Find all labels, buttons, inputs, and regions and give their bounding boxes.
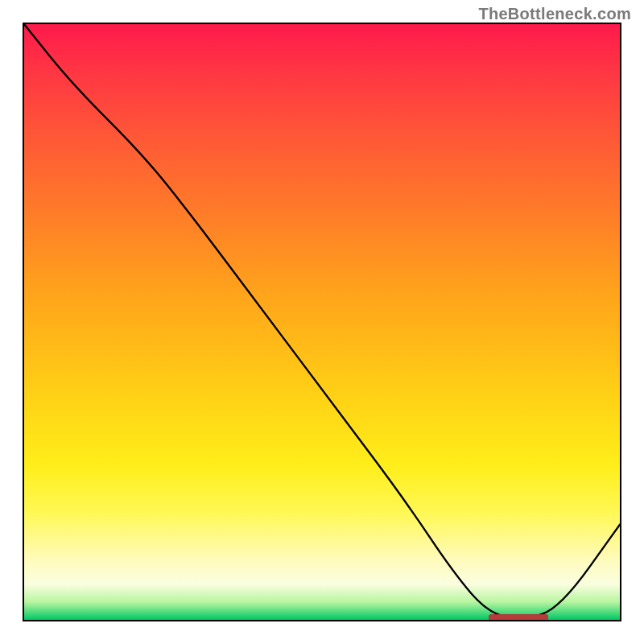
attribution-label: TheBottleneck.com	[478, 5, 631, 23]
page-root: TheBottleneck.com	[0, 0, 644, 644]
bottleneck-path	[24, 24, 620, 618]
minimum-marker	[489, 614, 548, 621]
chart-curve	[24, 24, 620, 620]
plot-area	[24, 24, 620, 620]
